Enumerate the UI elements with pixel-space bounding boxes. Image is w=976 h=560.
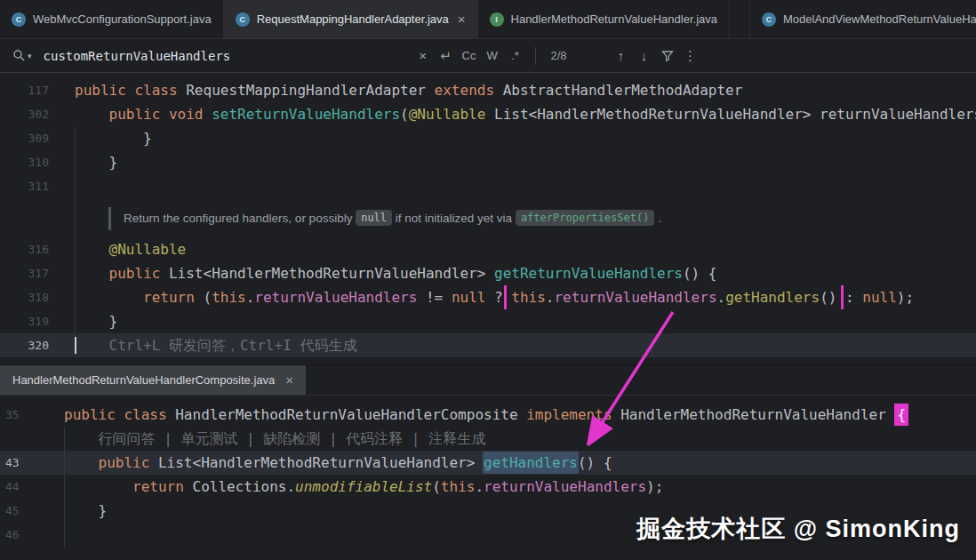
match-count: 2/8	[544, 49, 574, 62]
code-line-302[interactable]: 302 public void setReturnValueHandlers(@…	[0, 102, 976, 126]
code-text[interactable]	[58, 174, 976, 198]
code-line-117[interactable]: 117public class RequestMappingHandlerAda…	[0, 78, 976, 102]
tab-ModelAndViewMethodReturnValueHandl[interactable]: CModelAndViewMethodReturnValueHandl	[749, 0, 976, 38]
line-number[interactable]: 44	[0, 475, 58, 499]
next-occurrence-icon[interactable]: ↓	[633, 45, 656, 67]
tab-RequestMappingHandlerAdapter.java[interactable]: CRequestMappingHandlerAdapter.java×	[224, 0, 478, 38]
code-text[interactable]: Return the configured handlers, or possi…	[58, 198, 976, 237]
line-number[interactable]	[0, 427, 58, 451]
indent-guide	[64, 427, 65, 547]
tab-label: WebMvcConfigurationSupport.java	[33, 12, 212, 26]
regex-toggle[interactable]: .*	[504, 45, 527, 67]
code-line-43[interactable]: 43 public List<HandlerMethodReturnValueH…	[0, 451, 976, 475]
close-icon[interactable]: ×	[458, 12, 466, 27]
search-input[interactable]: customReturnValueHandlers	[44, 49, 412, 63]
editor-primary[interactable]: 117public class RequestMappingHandlerAda…	[0, 73, 976, 364]
code-line-blank[interactable]: 行间问答 | 单元测试 | 缺陷检测 | 代码注释 | 注释生成	[0, 427, 976, 451]
filter-icon[interactable]	[656, 45, 679, 67]
editor-tabs: CWebMvcConfigurationSupport.javaCRequest…	[0, 0, 976, 39]
code-text[interactable]: }	[58, 126, 976, 150]
code-text[interactable]: return Collections.unmodifiableList(this…	[58, 475, 976, 499]
code-line-310[interactable]: 310 }	[0, 150, 976, 174]
code-text[interactable]: public List<HandlerMethodReturnValueHand…	[58, 451, 976, 475]
line-number[interactable]: 117	[0, 78, 58, 102]
class-icon: C	[762, 12, 776, 27]
tab-label: HandlerMethodReturnValueHandler.java	[511, 12, 717, 26]
code-line-311[interactable]: 311	[0, 174, 976, 198]
line-number[interactable]: 46	[0, 523, 58, 547]
search-icon[interactable]: ▾	[12, 49, 32, 62]
more-options-icon[interactable]: ⋮	[679, 45, 702, 67]
line-number[interactable]: 302	[0, 102, 58, 126]
code-line-319[interactable]: 319 }	[0, 309, 976, 333]
tab-label: ModelAndViewMethodReturnValueHandl	[783, 12, 976, 26]
line-number[interactable]: 316	[0, 237, 58, 261]
previous-occurrence-icon[interactable]: ↑	[610, 45, 633, 67]
code-line-309[interactable]: 309 }	[0, 126, 976, 150]
tab-WebMvcConfigurationSupport.java[interactable]: CWebMvcConfigurationSupport.java	[0, 0, 224, 38]
code-line-320[interactable]: 320 Ctrl+L 研发问答，Ctrl+I 代码生成	[0, 333, 976, 357]
line-number[interactable]: 309	[0, 126, 58, 150]
line-number[interactable]: 45	[0, 499, 58, 523]
line-number[interactable]: 43	[0, 451, 58, 475]
tab-HandlerMethodReturnValueHandler.java[interactable]: IHandlerMethodReturnValueHandler.java	[478, 0, 730, 38]
split-tab-label: HandlerMethodReturnValueHandlerComposite…	[12, 373, 275, 387]
search-bar: ▾ customReturnValueHandlers × ↵ Cc W .* …	[0, 39, 976, 73]
clear-search-icon[interactable]: ×	[412, 45, 435, 67]
code-text[interactable]: public class RequestMappingHandlerAdapte…	[58, 78, 976, 102]
split-tab-bar: HandlerMethodReturnValueHandlerComposite…	[0, 364, 976, 396]
chevron-down-icon: ▾	[28, 52, 32, 60]
line-number[interactable]: 318	[0, 285, 58, 309]
code-text[interactable]: }	[58, 309, 976, 333]
line-number[interactable]: 311	[0, 174, 58, 198]
class-icon: C	[236, 12, 250, 27]
code-line-317[interactable]: 317 public List<HandlerMethodReturnValue…	[0, 261, 976, 285]
line-number[interactable]	[0, 198, 58, 237]
interface-icon: I	[490, 12, 504, 27]
class-icon: C	[12, 12, 26, 27]
match-case-toggle[interactable]: Cc	[458, 45, 481, 67]
line-number[interactable]: 310	[0, 150, 58, 174]
code-text[interactable]: }	[58, 150, 976, 174]
newline-icon[interactable]: ↵	[435, 45, 458, 67]
indent-guide	[75, 126, 76, 333]
tab-composite[interactable]: HandlerMethodReturnValueHandlerComposite…	[0, 365, 306, 395]
annotation-highlight-box: this.returnValueHandlers.getHandlers()	[507, 285, 841, 309]
code-text[interactable]: return (this.returnValueHandlers != null…	[58, 285, 976, 309]
code-text[interactable]: @Nullable	[58, 237, 976, 261]
line-number[interactable]: 319	[0, 309, 58, 333]
code-text[interactable]: public void setReturnValueHandlers(@Null…	[58, 102, 976, 126]
divider	[535, 47, 536, 65]
code-text[interactable]: public class HandlerMethodReturnValueHan…	[58, 403, 976, 427]
code-line-316[interactable]: 316 @Nullable	[0, 237, 976, 261]
tab-label: RequestMappingHandlerAdapter.java	[257, 12, 449, 26]
close-icon[interactable]: ×	[285, 372, 293, 388]
code-text[interactable]: public List<HandlerMethodReturnValueHand…	[58, 261, 976, 285]
code-text[interactable]: Ctrl+L 研发问答，Ctrl+I 代码生成	[58, 333, 976, 357]
code-text[interactable]: 行间问答 | 单元测试 | 缺陷检测 | 代码注释 | 注释生成	[58, 427, 976, 451]
line-number[interactable]: 35	[0, 403, 58, 427]
words-toggle[interactable]: W	[481, 45, 504, 67]
code-line-318[interactable]: 318 return (this.returnValueHandlers != …	[0, 285, 976, 309]
line-number[interactable]: 320	[0, 333, 58, 357]
line-number[interactable]: 317	[0, 261, 58, 285]
caret-block: {	[894, 404, 908, 426]
watermark: 掘金技术社区 @ SimonKing	[636, 513, 960, 545]
code-line-35[interactable]: 35public class HandlerMethodReturnValueH…	[0, 403, 976, 427]
code-line-blank[interactable]: Return the configured handlers, or possi…	[0, 198, 976, 237]
code-line-44[interactable]: 44 return Collections.unmodifiableList(t…	[0, 475, 976, 499]
